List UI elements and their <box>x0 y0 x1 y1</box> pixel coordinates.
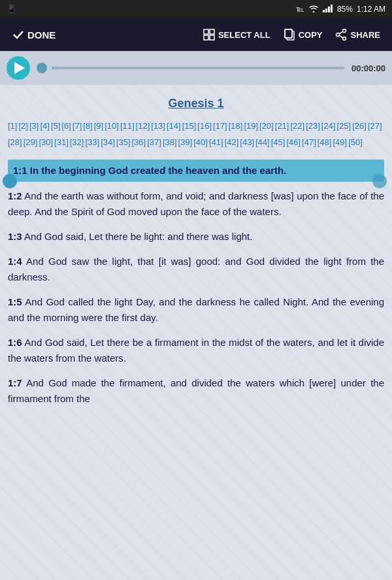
play-icon <box>14 62 25 74</box>
signal-icon <box>323 5 333 14</box>
verse-link-33[interactable]: [33] <box>85 135 99 150</box>
verse-link-2[interactable]: [2] <box>18 118 27 133</box>
verse-link-45[interactable]: [45] <box>271 135 286 150</box>
verse-link-37[interactable]: [37] <box>147 135 161 150</box>
verse-link-35[interactable]: [35] <box>116 135 131 150</box>
verse-link-9[interactable]: [9] <box>94 118 103 133</box>
verse-number: 1:4 <box>8 256 22 267</box>
verse-link-18[interactable]: [18] <box>229 118 243 133</box>
share-label: SHARE <box>350 30 380 40</box>
share-icon <box>335 29 347 41</box>
done-button[interactable]: DONE <box>5 29 63 41</box>
svg-point-12 <box>343 37 346 41</box>
verse-link-38[interactable]: [38] <box>163 135 177 150</box>
verse-link-14[interactable]: [14] <box>167 118 181 133</box>
toolbar: DONE SELECT ALL COPY <box>0 18 392 51</box>
verse-link-4[interactable]: [4] <box>40 118 49 133</box>
verse-link-28[interactable]: [28] <box>8 135 22 150</box>
verse-link-34[interactable]: [34] <box>101 135 115 150</box>
copy-icon <box>284 29 295 41</box>
verse-1-4: 1:4 And God saw the light, that [it was]… <box>8 254 384 285</box>
verse-link-7[interactable]: [7] <box>73 118 82 133</box>
verse-link-47[interactable]: [47] <box>302 135 316 150</box>
time-display: 1:12 AM <box>357 5 385 14</box>
verse-link-29[interactable]: [29] <box>24 135 38 150</box>
play-button[interactable] <box>7 56 30 80</box>
verse-link-3[interactable]: [3] <box>29 118 39 133</box>
verse-link-27[interactable]: [27] <box>368 118 382 133</box>
svg-point-13 <box>336 33 340 37</box>
progress-fill <box>52 67 54 69</box>
verse-text: And God saw the light, that [it was] goo… <box>8 256 384 282</box>
done-label: DONE <box>27 29 56 41</box>
verse-text: And God said, Let there be a firmament i… <box>8 337 384 364</box>
selected-verse-body: In the beginning God created the heaven … <box>30 165 287 176</box>
verse-link-5[interactable]: [5] <box>51 118 60 133</box>
verse-link-6[interactable]: [6] <box>61 118 71 133</box>
verse-number: 1:6 <box>8 337 22 348</box>
progress-bar[interactable] <box>52 67 345 69</box>
copy-button[interactable]: COPY <box>277 18 329 51</box>
verse-link-42[interactable]: [42] <box>225 135 239 150</box>
verse-link-39[interactable]: [39] <box>178 135 193 150</box>
verse-link-30[interactable]: [30] <box>39 135 53 150</box>
verse-text: And God called the light Day, and the da… <box>8 296 384 323</box>
verse-1-5: 1:5 And God called the light Day, and th… <box>8 294 384 326</box>
verse-link-13[interactable]: [13] <box>151 118 165 133</box>
svg-rect-3 <box>331 5 333 12</box>
verse-link-48[interactable]: [48] <box>318 135 332 150</box>
content-area: Genesis 1 [1] [2] [3] [4] [5] [6] [7] [8… <box>0 85 392 580</box>
progress-dot[interactable] <box>37 63 47 73</box>
time-counter: 00:00:00 <box>351 63 385 73</box>
verse-text: And God said, Let there be light: and th… <box>24 231 252 242</box>
verse-link-20[interactable]: [20] <box>259 118 274 133</box>
verse-link-16[interactable]: [16] <box>197 118 212 133</box>
selected-verse-container: 1:1 In the beginning God created the hea… <box>8 160 384 182</box>
verse-link-11[interactable]: [11] <box>120 118 135 133</box>
verse-link-44[interactable]: [44] <box>255 135 270 150</box>
verse-link-32[interactable]: [32] <box>70 135 84 150</box>
verse-link-1[interactable]: [1] <box>8 118 17 133</box>
verse-link-36[interactable]: [36] <box>132 135 146 150</box>
wifi-icon <box>308 5 319 14</box>
verse-link-12[interactable]: [12] <box>136 118 150 133</box>
select-all-button[interactable]: SELECT ALL <box>197 18 277 51</box>
verse-link-31[interactable]: [31] <box>54 135 69 150</box>
verse-link-49[interactable]: [49] <box>333 135 347 150</box>
selection-handle-right <box>372 174 387 188</box>
verse-link-10[interactable]: [10] <box>105 118 119 133</box>
verse-link-40[interactable]: [40] <box>193 135 208 150</box>
selection-handle-left <box>3 174 17 188</box>
verse-text: And God made the firmament, and divided … <box>8 377 384 404</box>
select-all-label: SELECT ALL <box>218 30 270 40</box>
verse-link-15[interactable]: [15] <box>182 118 197 133</box>
verse-link-23[interactable]: [23] <box>306 118 320 133</box>
progress-container <box>37 63 345 73</box>
status-right: ℡ 85% 1:12 AM <box>296 5 385 14</box>
verse-link-21[interactable]: [21] <box>275 118 289 133</box>
verse-link-17[interactable]: [17] <box>213 118 227 133</box>
verse-number: 1:5 <box>8 296 22 307</box>
share-button[interactable]: SHARE <box>329 18 387 51</box>
svg-rect-1 <box>325 9 327 12</box>
status-bar: 📱 ℡ 85% 1:12 AM <box>0 0 392 18</box>
verse-link-26[interactable]: [26] <box>352 118 367 133</box>
verse-link-22[interactable]: [22] <box>290 118 304 133</box>
verse-link-46[interactable]: [46] <box>286 135 301 150</box>
svg-line-14 <box>340 31 343 34</box>
select-all-icon <box>203 29 215 41</box>
verse-link-24[interactable]: [24] <box>321 118 336 133</box>
svg-rect-2 <box>328 7 330 12</box>
verse-text: And the earth was without form, and void… <box>8 190 384 217</box>
status-left: 📱 <box>7 5 16 14</box>
verse-link-41[interactable]: [41] <box>209 135 223 150</box>
selected-verse: 1:1 In the beginning God created the hea… <box>8 160 384 182</box>
verse-link-19[interactable]: [19] <box>244 118 258 133</box>
battery-status: 85% <box>337 5 353 14</box>
verse-link-43[interactable]: [43] <box>240 135 254 150</box>
verse-link-50[interactable]: [50] <box>348 135 363 150</box>
verse-link-25[interactable]: [25] <box>337 118 351 133</box>
copy-label: COPY <box>299 30 323 40</box>
verse-link-8[interactable]: [8] <box>83 118 92 133</box>
svg-point-11 <box>343 29 346 33</box>
